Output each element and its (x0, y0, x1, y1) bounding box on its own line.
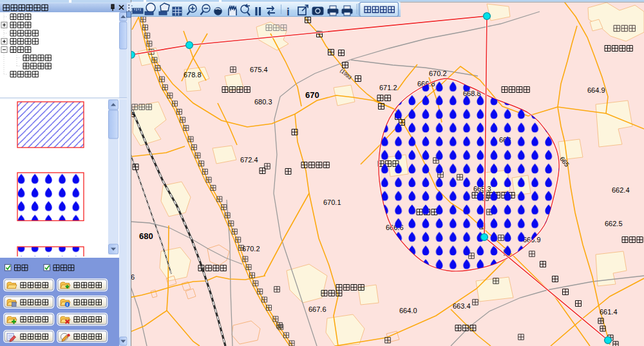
svg-text:680: 680 (139, 231, 153, 241)
svg-text:661.4: 661.4 (600, 308, 618, 316)
svg-text:670.1: 670.1 (323, 198, 341, 206)
svg-text:675.4: 675.4 (250, 66, 268, 73)
svg-text:670: 670 (305, 90, 319, 100)
svg-text:667.6: 667.6 (308, 305, 327, 313)
svg-text:662.5: 662.5 (605, 220, 623, 227)
svg-text:i: i (66, 302, 68, 307)
svg-text:672.4: 672.4 (240, 156, 258, 164)
svg-text:663.4: 663.4 (453, 302, 471, 310)
svg-text:664.9: 664.9 (587, 86, 605, 94)
svg-text:662.4: 662.4 (612, 186, 630, 194)
svg-text:678.8: 678.8 (184, 71, 202, 79)
svg-text:670.2: 670.2 (242, 245, 260, 253)
svg-text:671.2: 671.2 (379, 84, 397, 91)
svg-text:664.0: 664.0 (399, 307, 417, 314)
svg-text:i: i (287, 6, 290, 18)
svg-text:5: 5 (131, 111, 135, 119)
svg-text:680.3: 680.3 (254, 98, 272, 106)
svg-text:670.2: 670.2 (429, 70, 447, 77)
